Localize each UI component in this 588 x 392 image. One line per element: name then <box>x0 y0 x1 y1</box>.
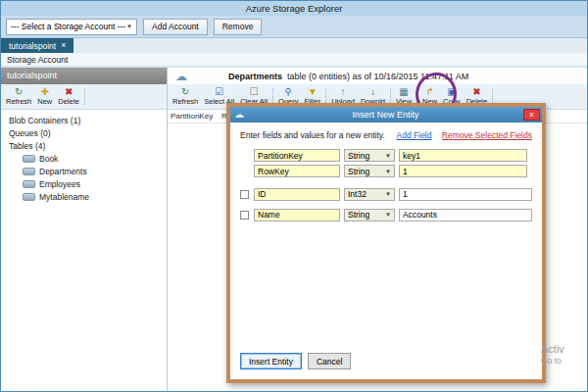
table-icon <box>23 155 35 163</box>
tree-item-label: Departments <box>39 167 87 176</box>
tree-item-label: Blob Containers (1) <box>9 116 80 125</box>
new-item-button[interactable]: ✚ New <box>34 85 55 108</box>
grid-header-partitionkey[interactable]: PartitionKey <box>171 112 221 121</box>
chevron-down-icon: ▼ <box>126 24 132 29</box>
query-icon: ⚲ <box>285 87 292 97</box>
tree-item-queues[interactable]: Queues (0) <box>1 126 167 139</box>
tab-label: tutorialspoint <box>9 41 56 51</box>
remove-selected-fields-link[interactable]: Remove Selected Fields <box>442 130 532 140</box>
download-icon: ↓ <box>370 87 375 97</box>
window-title: Azure Storage Explorer <box>246 3 343 14</box>
field-type-dropdown[interactable]: Int32 ▼ <box>344 188 395 201</box>
checkbox-cell <box>240 185 254 203</box>
field-checkbox[interactable] <box>240 211 249 220</box>
chevron-down-icon: ▼ <box>385 212 391 218</box>
tab-tutorialspoint[interactable]: tutorialspoint × <box>1 38 74 53</box>
add-account-button[interactable]: Add Account <box>143 19 208 35</box>
dialog-links: Add Field Remove Selected Fields <box>389 130 532 140</box>
tree-item-tables[interactable]: Tables (4) <box>1 139 167 152</box>
dialog-instruction: Enter fields and values for a new entity… <box>240 130 385 140</box>
dialog-body: Enter fields and values for a new entity… <box>230 122 542 379</box>
view-icon: ▦ <box>399 87 408 97</box>
tree-item-label: Employees <box>39 179 80 189</box>
chevron-down-icon: ▼ <box>385 191 391 197</box>
field-type-value: Int32 <box>348 189 367 199</box>
field-name-input[interactable] <box>254 209 340 221</box>
field-type-dropdown[interactable]: String ▼ <box>344 149 395 162</box>
table-meta: table (0 entities) as of 10/16/2015 11:4… <box>287 72 468 81</box>
delete-item-button[interactable]: ✖ Delete <box>55 85 82 108</box>
table-icon <box>23 180 35 188</box>
field-value-input[interactable] <box>399 188 532 201</box>
app-window: Azure Storage Explorer --- Select a Stor… <box>0 0 588 392</box>
field-row-name: String ▼ <box>240 206 532 223</box>
storage-account-dropdown[interactable]: --- Select a Storage Account --- ▼ <box>6 19 137 35</box>
dialog-close-button[interactable]: × <box>523 109 540 121</box>
button-label: Refresh <box>6 97 31 106</box>
dialog-titlebar: ☁ Insert New Entity × <box>230 107 542 122</box>
clear-all-icon: ☐ <box>250 87 259 97</box>
tree-item-table-employees[interactable]: Employees <box>1 177 167 190</box>
table-name: Departments <box>228 72 282 81</box>
upload-icon: ↑ <box>341 87 346 97</box>
field-type-value: String <box>348 151 369 161</box>
tree-item-label: Queues (0) <box>9 128 51 138</box>
table-icon <box>23 193 35 201</box>
field-type-value: String <box>348 210 369 220</box>
table-icon <box>23 168 35 175</box>
new-entity-icon: ↱ <box>425 87 433 97</box>
field-row-rowkey: String ▼ <box>240 165 532 177</box>
account-name-header: tutorialspoint <box>1 68 167 84</box>
dialog-buttons: Insert Entity Cancel <box>240 353 351 369</box>
cancel-button[interactable]: Cancel <box>308 353 351 369</box>
refresh-tree-button[interactable]: ↻ Refresh <box>3 85 34 108</box>
field-checkbox[interactable] <box>240 190 249 199</box>
field-row-partitionkey: String ▼ <box>240 149 532 162</box>
tree-item-label: Book <box>39 154 58 164</box>
chevron-down-icon: ▼ <box>385 153 391 159</box>
storage-account-dropdown-value: --- Select a Storage Account --- <box>11 22 125 31</box>
button-label: New <box>37 97 52 106</box>
storage-tree: Blob Containers (1) Queues (0) Tables (4… <box>1 110 167 391</box>
field-value-input[interactable] <box>399 149 527 162</box>
select-all-icon: ☑ <box>215 87 223 97</box>
delete-icon: ✖ <box>65 87 73 97</box>
dialog-header-row: Enter fields and values for a new entity… <box>240 130 532 140</box>
insert-entity-dialog: ☁ Insert New Entity × Enter fields and v… <box>226 103 546 383</box>
button-label: Delete <box>58 97 79 106</box>
refresh-table-button[interactable]: ↻ Refresh <box>170 85 201 108</box>
storage-account-label: Storage Account <box>1 53 587 67</box>
toolbar-separator <box>84 88 85 105</box>
copy-icon: ▣ <box>447 87 456 97</box>
field-name-input[interactable] <box>254 149 340 162</box>
table-header: ☁ Departments table (0 entities) as of 1… <box>168 68 587 84</box>
refresh-icon: ↻ <box>15 87 23 97</box>
tree-item-label: Tables (4) <box>9 141 45 151</box>
field-name-input[interactable] <box>254 165 340 177</box>
filter-icon: ▼ <box>308 87 318 97</box>
left-toolbar: ↻ Refresh ✚ New ✖ Delete <box>1 84 167 110</box>
tree-item-table-book[interactable]: Book <box>1 152 167 165</box>
tree-item-label: Mytablename <box>39 192 89 202</box>
field-value-input[interactable] <box>399 165 527 177</box>
checkbox-cell <box>240 206 254 223</box>
cloud-icon: ☁ <box>234 110 244 120</box>
field-value-input[interactable] <box>399 209 532 221</box>
main-toolbar: --- Select a Storage Account --- ▼ Add A… <box>1 16 587 38</box>
chevron-down-icon: ▼ <box>385 169 391 174</box>
tree-item-table-departments[interactable]: Departments <box>1 165 167 177</box>
window-titlebar: Azure Storage Explorer <box>1 1 587 16</box>
field-type-dropdown[interactable]: String ▼ <box>344 165 395 177</box>
tree-item-table-mytablename[interactable]: Mytablename <box>1 190 167 203</box>
field-type-dropdown[interactable]: String ▼ <box>344 209 395 221</box>
remove-account-button[interactable]: Remove <box>214 19 263 35</box>
insert-entity-submit-button[interactable]: Insert Entity <box>240 353 302 369</box>
left-panel: tutorialspoint ↻ Refresh ✚ New ✖ Delete <box>1 68 168 391</box>
field-name-input[interactable] <box>254 188 340 201</box>
cloud-icon: ☁ <box>175 71 187 82</box>
dialog-title: Insert New Entity <box>248 110 523 120</box>
field-row-id: Int32 ▼ <box>240 185 532 203</box>
tab-close-icon[interactable]: × <box>61 41 66 50</box>
add-field-link[interactable]: Add Field <box>397 130 432 140</box>
tree-item-blob-containers[interactable]: Blob Containers (1) <box>1 114 167 126</box>
